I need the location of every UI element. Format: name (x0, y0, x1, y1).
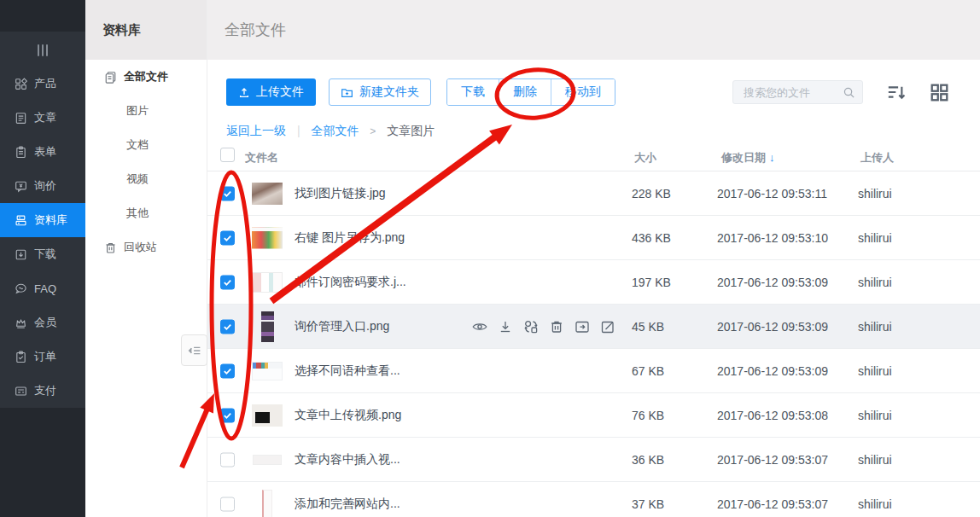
toolbar: 上传文件 新建文件夹 下载 删除 移动到 (226, 78, 949, 106)
move-to-button[interactable]: 移动到 (551, 79, 615, 105)
check-icon (223, 277, 232, 287)
search-input[interactable] (742, 85, 843, 100)
column-header-uploader[interactable]: 上传人 (860, 150, 894, 166)
file-size: 45 KB (632, 320, 664, 334)
sidebar-item-label: 支付 (34, 383, 56, 398)
column-header-date[interactable]: 修改日期↓ (721, 150, 775, 166)
sidebar-item-downloads[interactable]: 下载 (0, 237, 85, 271)
delete-button[interactable]: 删除 (499, 79, 551, 105)
file-name[interactable]: 文章中上传视频.png (295, 408, 401, 423)
file-name[interactable]: 找到图片链接.jpg (295, 186, 386, 201)
file-name[interactable]: 选择不同语种查看... (295, 363, 400, 379)
replace-button[interactable] (522, 318, 540, 335)
column-header-date-label: 修改日期 (721, 151, 766, 164)
eye-icon (471, 318, 488, 335)
table-row[interactable]: 选择不同语种查看... 67 KB 2017-06-12 09:53:09 sh… (207, 349, 980, 393)
delete-file-button[interactable] (548, 318, 565, 335)
file-name[interactable]: 询价管理入口.png (295, 319, 389, 334)
row-checkbox[interactable] (220, 408, 235, 422)
table-row[interactable]: 文章内容中插入视... 36 KB 2017-06-12 09:53:07 sh… (207, 438, 980, 482)
crown-icon (15, 317, 27, 329)
main-content: 全部文件 上传文件 新建文件夹 下载 删除 移动到 (207, 0, 980, 517)
sidebar-item-label: 全部文件 (124, 69, 168, 84)
download-button[interactable]: 下载 (447, 79, 499, 105)
replace-icon (522, 318, 540, 335)
sidebar-item-orders[interactable]: 订单 (0, 340, 85, 374)
sidebar-item-products[interactable]: 产品 (0, 67, 85, 101)
page-header: 全部文件 (207, 0, 980, 60)
sidebar-item-label: 询价 (34, 178, 56, 194)
file-date: 2017-06-12 09:53:11 (717, 187, 827, 200)
file-name[interactable]: 右键 图片另存为.png (295, 230, 405, 246)
sidebar-item-articles[interactable]: 文章 (0, 101, 85, 135)
rename-button[interactable] (599, 318, 616, 335)
file-size: 76 KB (632, 409, 664, 422)
table-row[interactable]: 文章中上传视频.png 76 KB 2017-06-12 09:53:08 sh… (207, 393, 980, 438)
search-box[interactable] (732, 80, 863, 104)
breadcrumb: 返回上一级 | 全部文件 > 文章图片 (226, 124, 980, 139)
row-checkbox[interactable] (220, 363, 235, 378)
sidebar-item-members[interactable]: 会员 (0, 305, 85, 340)
sidebar-top-band (0, 0, 85, 32)
table-row[interactable]: 邮件订阅密码要求.j... 197 KB 2017-06-12 09:53:09… (207, 260, 980, 305)
file-thumbnail (252, 183, 283, 205)
edit-icon (599, 318, 616, 335)
sidebar-item-label: 资料库 (34, 212, 67, 228)
sidebar-collapse-toggle[interactable] (181, 334, 207, 366)
table-row[interactable]: 右键 图片另存为.png 436 KB 2017-06-12 09:53:10 … (207, 216, 980, 260)
sidebar-item-label: FAQ (34, 282, 56, 295)
sidebar-item-docs[interactable]: 文档 (85, 128, 207, 162)
all-files-icon (104, 71, 117, 84)
row-checkbox[interactable] (220, 319, 235, 334)
sidebar-collapse-icon[interactable] (0, 44, 85, 56)
file-date: 2017-06-12 09:53:07 (717, 497, 828, 511)
row-checkbox[interactable] (220, 230, 235, 245)
sidebar-item-all-files[interactable]: 全部文件 (85, 60, 207, 94)
file-name[interactable]: 邮件订阅密码要求.j... (295, 275, 406, 290)
price-chat-icon (15, 180, 27, 193)
select-all-checkbox[interactable] (220, 148, 235, 162)
sidebar-item-images[interactable]: 图片 (85, 94, 207, 128)
move-file-button[interactable] (574, 318, 591, 335)
sidebar-item-recycle-bin[interactable]: 回收站 (85, 230, 207, 264)
new-folder-button[interactable]: 新建文件夹 (329, 78, 431, 106)
table-row[interactable]: 添加和完善网站内... 37 KB 2017-06-12 09:53:07 sh… (207, 482, 980, 517)
file-name[interactable]: 添加和完善网站内... (295, 497, 400, 512)
table-row[interactable]: 询价管理入口.png 45 KB 2017-06-12 09:53:09 shi… (207, 305, 980, 349)
file-size: 197 KB (632, 276, 671, 289)
sidebar-item-payments[interactable]: 支付 (0, 374, 85, 408)
sidebar-item-videos[interactable]: 视频 (85, 162, 207, 196)
delete-button-label: 删除 (513, 84, 537, 100)
breadcrumb-root-link[interactable]: 全部文件 (311, 124, 359, 137)
column-header-name[interactable]: 文件名 (245, 150, 278, 166)
table-row[interactable]: 找到图片链接.jpg 228 KB 2017-06-12 09:53:11 sh… (207, 171, 980, 216)
check-icon (223, 233, 232, 242)
sidebar-item-inquiry[interactable]: 询价 (0, 169, 85, 203)
file-name[interactable]: 文章内容中插入视... (295, 452, 400, 468)
preview-button[interactable] (471, 318, 488, 335)
sort-order-button[interactable] (886, 82, 907, 102)
download-file-button[interactable] (497, 318, 514, 335)
sort-desc-icon[interactable]: ↓ (769, 151, 775, 164)
row-checkbox[interactable] (220, 452, 235, 467)
file-thumbnail (252, 490, 283, 517)
upload-button[interactable]: 上传文件 (226, 78, 316, 106)
row-checkbox[interactable] (220, 186, 235, 200)
sidebar-item-forms[interactable]: 表单 (0, 135, 85, 169)
column-header-size[interactable]: 大小 (634, 150, 656, 166)
breadcrumb-back-link[interactable]: 返回上一级 (226, 124, 286, 137)
row-checkbox[interactable] (220, 497, 235, 511)
move-to-button-label: 移动到 (565, 84, 601, 100)
grid-view-button[interactable] (930, 83, 949, 102)
sidebar-item-library[interactable]: 资料库 (0, 203, 85, 237)
file-thumbnail (252, 362, 283, 380)
search-icon[interactable] (843, 86, 855, 99)
sidebar-item-faq[interactable]: FAQ (0, 271, 85, 305)
row-checkbox[interactable] (220, 275, 235, 289)
check-icon (223, 366, 232, 375)
file-uploader: shilirui (858, 364, 892, 378)
sidebar-item-others[interactable]: 其他 (85, 196, 207, 230)
file-thumbnail (252, 455, 283, 465)
file-thumbnail (252, 272, 283, 293)
trash-icon (104, 241, 117, 254)
